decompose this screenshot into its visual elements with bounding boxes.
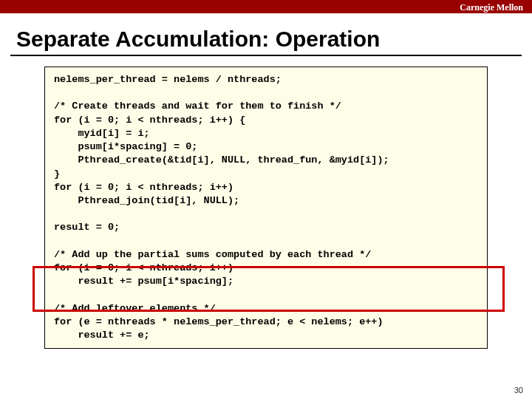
code-line: for (i = 0; i < nthreads; i++) [54, 182, 233, 193]
slide-title: Separate Accumulation: Operation [0, 13, 532, 55]
code-line: psum[i*spacing] = 0; [54, 141, 197, 152]
code-line: Pthread_join(tid[i], NULL); [54, 195, 239, 206]
code-line: result += psum[i*spacing]; [54, 276, 233, 287]
code-line: } [54, 168, 60, 180]
brand-bar: Carnegie Mellon [0, 0, 532, 13]
code-line: myid[i] = i; [54, 128, 150, 139]
code-line: for (i = 0; i < nthreads; i++) [54, 262, 233, 273]
code-line: /* Create threads and wait for them to f… [54, 100, 341, 112]
code-line: result += e; [54, 330, 150, 341]
code-line: result = 0; [54, 222, 120, 233]
code-line: /* Add leftover elements */ [54, 303, 216, 314]
brand-label: Carnegie Mellon [460, 2, 523, 13]
code-line: Pthread_create(&tid[i], NULL, thread_fun… [54, 154, 389, 166]
title-underline [10, 55, 522, 56]
code-line: nelems_per_thread = nelems / nthreads; [54, 74, 282, 85]
code-line: for (i = 0; i < nthreads; i++) { [54, 115, 245, 126]
page-number: 30 [514, 386, 523, 395]
code-block: nelems_per_thread = nelems / nthreads; /… [44, 66, 488, 349]
code-line: for (e = nthreads * nelems_per_thread; e… [54, 316, 383, 327]
code-line: /* Add up the partial sums computed by e… [54, 249, 371, 260]
